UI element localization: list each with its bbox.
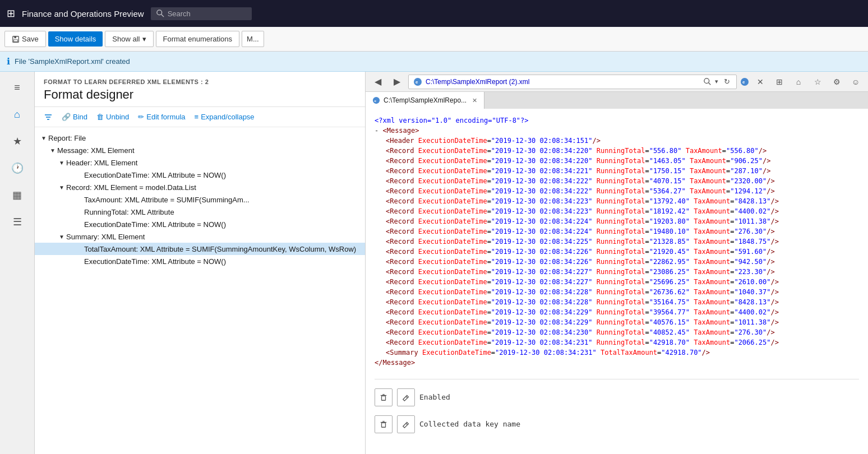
expand-icon-totaltax: ▶ (75, 244, 84, 253)
tree-node-summary[interactable]: ▼ Summary: XML Element (35, 230, 365, 243)
address-search-icon[interactable] (704, 78, 712, 86)
info-icon: ℹ (7, 56, 10, 67)
tree-node-running[interactable]: ▶ RunningTotal: XML Attribute (35, 206, 365, 218)
expand-icon-summary[interactable]: ▼ (57, 232, 66, 241)
xml-record-19: <Record ExecutionDateTime="2019-12-30 02… (375, 327, 859, 337)
home-browser-button[interactable]: ⌂ (791, 74, 806, 90)
dropdown-icon[interactable]: ▾ (715, 78, 718, 85)
svg-rect-4 (14, 39, 18, 41)
tree-node-taxamount[interactable]: ▶ TaxAmount: XML Attribute = SUMIF(Summi… (35, 193, 365, 206)
xml-record-9: <Record ExecutionDateTime="2019-12-30 02… (375, 226, 859, 237)
expand-icon: ≡ (195, 113, 199, 121)
expand-collapse-button[interactable]: ≡ Expand/collapse (195, 110, 255, 123)
svg-point-14 (373, 97, 380, 104)
settings-button[interactable]: ⚙ (829, 74, 844, 90)
format-enums-button[interactable]: Format enumerations (156, 31, 240, 47)
xml-record-11: <Record ExecutionDateTime="2019-12-30 02… (375, 247, 859, 257)
xml-record-13: <Record ExecutionDateTime="2019-12-30 02… (375, 267, 859, 277)
tab-close-icon[interactable]: ✕ (472, 97, 477, 104)
info-message: File 'SampleXmlReport.xml' created (15, 57, 130, 66)
refresh-button[interactable]: ↻ (722, 77, 732, 87)
xml-message-open: - <Message> (375, 126, 859, 136)
tree-node-record[interactable]: ▼ Record: XML Element = model.Data.List (35, 181, 365, 193)
tree-label-exec-dt2: ExecutionDateTime: XML Attribute = NOW() (84, 220, 226, 229)
xml-record-1: <Record ExecutionDateTime="2019-12-30 02… (375, 146, 859, 156)
svg-line-23 (406, 423, 408, 425)
save-icon (12, 35, 20, 43)
prop-delete-button-2[interactable] (375, 415, 393, 433)
svg-line-19 (406, 396, 408, 398)
tree-node-header[interactable]: ▼ Header: XML Element (35, 156, 365, 169)
sidebar-icon-workspace[interactable]: ▦ (6, 184, 29, 206)
unbind-icon: 🗑 (96, 113, 104, 121)
expand-icon-message[interactable]: ▼ (48, 146, 57, 155)
tree-node-exec-dt2[interactable]: ▶ ExecutionDateTime: XML Attribute = NOW… (35, 218, 365, 230)
top-bar: ⊞ Finance and Operations Preview (0, 0, 868, 27)
tree-node-report[interactable]: ▼ Report: File (35, 132, 365, 144)
sidebar-icon-home[interactable]: ⌂ (6, 103, 29, 126)
prop-key-label: Collected data key name (419, 419, 520, 430)
expand-icon-exec-dt3: ▶ (75, 257, 84, 266)
expand-icon-running: ▶ (75, 207, 84, 216)
address-input[interactable] (426, 78, 700, 86)
chevron-down-icon: ▾ (142, 35, 146, 43)
show-details-button[interactable]: Show details (48, 31, 103, 47)
prop-edit-button-2[interactable] (397, 415, 415, 433)
more-button[interactable]: M... (242, 31, 264, 47)
sidebar-icon-recent[interactable]: 🕐 (6, 157, 29, 179)
xml-content: <?xml version="1.0" encoding="UTF-8"?> -… (366, 109, 868, 454)
forward-button[interactable]: ▶ (389, 74, 405, 90)
grid-icon[interactable]: ⊞ (7, 7, 15, 20)
xml-record-10: <Record ExecutionDateTime="2019-12-30 02… (375, 237, 859, 247)
format-subtitle: FORMAT TO LEARN DEFERRED XML ELEMENTS : … (44, 78, 356, 85)
new-tab-button[interactable]: ⊞ (772, 74, 787, 90)
edit-formula-button[interactable]: ✏ Edit formula (138, 110, 185, 123)
tree-label-taxamount: TaxAmount: XML Attribute = SUMIF(Summing… (84, 196, 250, 204)
tree-label-report: Report: File (48, 134, 86, 142)
prop-edit-button-1[interactable] (397, 388, 415, 406)
left-sidebar: ≡ ⌂ ★ 🕐 ▦ ☰ (0, 72, 35, 454)
sidebar-icon-menu[interactable]: ≡ (6, 76, 29, 99)
tree-label-exec-dt1: ExecutionDateTime: XML Attribute = NOW() (84, 171, 226, 179)
delete-icon-2 (380, 420, 387, 428)
expand-icon-report[interactable]: ▼ (39, 133, 48, 142)
xml-header: <Header ExecutionDateTime="2019-12-30 02… (375, 136, 859, 146)
ie-icon2: e (740, 77, 749, 86)
back-button[interactable]: ◀ (370, 74, 386, 90)
address-bar[interactable]: e ▾ ↻ (408, 75, 737, 89)
search-box[interactable] (151, 7, 252, 20)
favorites-button[interactable]: ☆ (810, 74, 825, 90)
tree-node-totaltax[interactable]: ▶ TotalTaxAmount: XML Attribute = SUMIF(… (35, 243, 365, 255)
expand-icon-record[interactable]: ▼ (57, 183, 66, 192)
bind-button[interactable]: 🔗 Bind (62, 110, 87, 123)
search-input[interactable] (168, 10, 235, 18)
xml-declaration: <?xml version="1.0" encoding="UTF-8"?> (375, 115, 859, 126)
xml-record-17: <Record ExecutionDateTime="2019-12-30 02… (375, 307, 859, 317)
left-panel: FORMAT TO LEARN DEFERRED XML ELEMENTS : … (35, 72, 366, 454)
emoji-button[interactable]: ☺ (848, 74, 864, 90)
unbind-button[interactable]: 🗑 Unbind (96, 110, 129, 123)
tree-node-exec-dt3[interactable]: ▶ ExecutionDateTime: XML Attribute = NOW… (35, 255, 365, 267)
expand-icon-taxamount: ▶ (75, 195, 84, 204)
expand-icon-header[interactable]: ▼ (57, 158, 66, 167)
tree-node-message[interactable]: ▼ Message: XML Element (35, 144, 365, 156)
prop-delete-button-1[interactable] (375, 388, 393, 406)
tree-label-totaltax: TotalTaxAmount: XML Attribute = SUMIF(Su… (84, 245, 356, 253)
main-layout: ≡ ⌂ ★ 🕐 ▦ ☰ FORMAT TO LEARN DEFERRED XML… (0, 72, 868, 454)
tree-node-exec-dt1[interactable]: ▶ ExecutionDateTime: XML Attribute = NOW… (35, 169, 365, 181)
close-tab-button[interactable]: ✕ (752, 74, 768, 90)
format-title: Format designer (44, 87, 356, 102)
expand-icon-exec-dt1: ▶ (75, 170, 84, 179)
sidebar-icon-star[interactable]: ★ (6, 130, 29, 152)
xml-summary: <Summary ExecutionDateTime="2019-12-30 0… (375, 348, 859, 358)
sidebar-icon-list[interactable]: ☰ (6, 211, 29, 233)
prop-row-enabled: Enabled (375, 388, 859, 406)
edit-icon-1 (402, 393, 410, 401)
browser-tab-xml[interactable]: e C:\Temp\SampleXmlRepo... ✕ (366, 92, 484, 109)
edit-icon-2 (402, 420, 410, 428)
save-button[interactable]: Save (4, 31, 46, 47)
toolbar: Save Show details Show all ▾ Format enum… (0, 27, 868, 52)
prop-row-key: Collected data key name (375, 415, 859, 433)
tab-ie-icon: e (372, 96, 380, 104)
show-all-button[interactable]: Show all ▾ (105, 31, 153, 47)
